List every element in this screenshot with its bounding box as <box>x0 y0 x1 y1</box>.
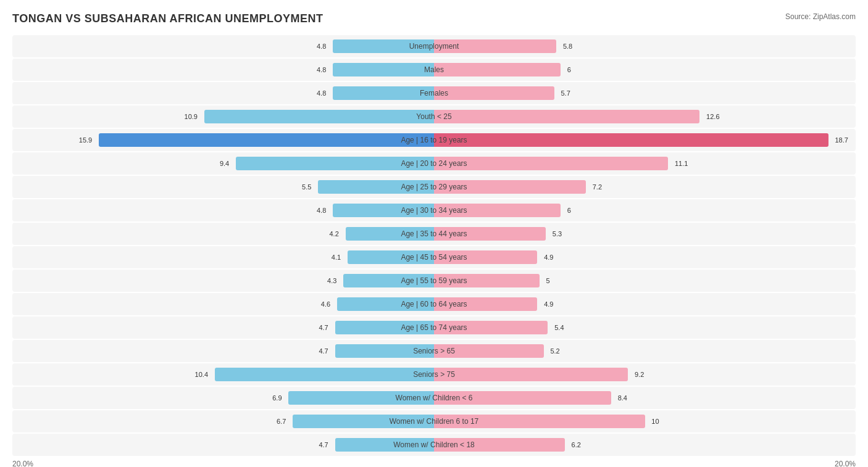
value-tongan: 6.9 <box>272 394 284 402</box>
row-label: Age | 55 to 59 years <box>401 276 467 285</box>
chart-row: Women w/ Children < 66.98.4 <box>12 387 856 409</box>
chart-header: TONGAN VS SUBSAHARAN AFRICAN UNEMPLOYMEN… <box>12 12 856 25</box>
row-label: Youth < 25 <box>416 112 451 121</box>
bar-tongan <box>333 86 434 100</box>
value-tongan: 4.3 <box>327 277 339 284</box>
chart-row: Age | 20 to 24 years9.411.1 <box>12 152 856 175</box>
value-subsaharan: 5.3 <box>550 230 562 238</box>
value-tongan: 4.6 <box>321 300 333 308</box>
bar-subsaharan <box>434 368 628 381</box>
bar-subsaharan <box>434 157 668 170</box>
axis-row: 20.0% 20.0% <box>12 460 856 467</box>
row-label: Women w/ Children < 6 <box>396 394 473 402</box>
value-tongan: 4.8 <box>317 66 328 73</box>
bar-subsaharan <box>434 86 554 100</box>
bar-tongan <box>204 110 434 123</box>
row-label: Females <box>420 89 448 97</box>
chart-row: Age | 35 to 44 years4.25.3 <box>12 223 856 245</box>
chart-title: TONGAN VS SUBSAHARAN AFRICAN UNEMPLOYMEN… <box>12 12 323 25</box>
value-subsaharan: 5.8 <box>561 43 572 50</box>
chart-row: Women w/ Children 6 to 176.710 <box>12 410 856 432</box>
bar-tongan <box>99 133 434 147</box>
bar-subsaharan <box>434 133 828 147</box>
chart-row: Age | 55 to 59 years4.35 <box>12 270 856 292</box>
row-label: Age | 60 to 64 years <box>401 300 467 308</box>
row-label: Age | 25 to 29 years <box>401 183 467 191</box>
row-label: Age | 65 to 74 years <box>401 323 467 332</box>
value-subsaharan: 5.7 <box>558 89 570 97</box>
chart-row: Seniors > 7510.49.2 <box>12 363 856 386</box>
value-subsaharan: 11.1 <box>672 160 688 167</box>
value-subsaharan: 6.2 <box>569 441 581 448</box>
row-label: Age | 16 to 19 years <box>401 136 467 144</box>
chart-row: Women w/ Children < 184.76.2 <box>12 434 856 456</box>
chart-container: TONGAN VS SUBSAHARAN AFRICAN UNEMPLOYMEN… <box>12 12 856 467</box>
value-tongan: 10.9 <box>185 113 200 120</box>
value-tongan: 4.8 <box>317 207 328 214</box>
axis-left: 20.0% <box>12 460 33 467</box>
chart-row: Age | 30 to 34 years4.86 <box>12 199 856 221</box>
chart-row: Unemployment4.85.8 <box>12 35 856 57</box>
chart-row: Age | 60 to 64 years4.64.9 <box>12 293 856 315</box>
value-subsaharan: 10 <box>649 418 659 425</box>
row-label: Age | 30 to 34 years <box>401 206 467 215</box>
value-subsaharan: 4.9 <box>541 254 553 261</box>
value-tongan: 4.7 <box>319 324 330 331</box>
chart-source: Source: ZipAtlas.com <box>785 12 856 21</box>
value-tongan: 5.5 <box>302 183 314 191</box>
value-tongan: 4.7 <box>319 347 330 355</box>
value-subsaharan: 18.7 <box>832 136 848 144</box>
chart-row: Youth < 2510.912.6 <box>12 105 856 128</box>
row-label: Age | 20 to 24 years <box>401 159 467 168</box>
value-subsaharan: 8.4 <box>616 394 627 402</box>
value-tongan: 6.7 <box>277 418 288 425</box>
value-tongan: 4.1 <box>332 254 343 261</box>
chart-row: Males4.86 <box>12 59 856 81</box>
chart-row: Age | 25 to 29 years5.57.2 <box>12 176 856 198</box>
chart-row: Females4.85.7 <box>12 82 856 104</box>
value-subsaharan: 9.2 <box>632 371 644 378</box>
value-subsaharan: 6 <box>565 207 571 214</box>
bar-subsaharan <box>434 110 699 123</box>
value-tongan: 4.7 <box>319 441 330 448</box>
row-label: Seniors > 75 <box>413 370 455 379</box>
axis-right: 20.0% <box>835 460 856 467</box>
bar-subsaharan <box>434 63 561 76</box>
value-subsaharan: 6 <box>565 66 571 73</box>
chart-row: Seniors > 654.75.2 <box>12 340 856 362</box>
value-tongan: 4.8 <box>317 43 328 50</box>
bar-tongan <box>215 368 434 381</box>
bar-tongan <box>333 63 434 76</box>
value-subsaharan: 7.2 <box>590 183 602 191</box>
value-tongan: 4.8 <box>317 89 328 97</box>
value-tongan: 4.2 <box>329 230 341 238</box>
row-label: Age | 45 to 54 years <box>401 253 467 262</box>
value-tongan: 10.4 <box>195 371 211 378</box>
value-subsaharan: 4.9 <box>541 300 553 308</box>
value-subsaharan: 5 <box>544 277 550 284</box>
chart-row: Age | 45 to 54 years4.14.9 <box>12 246 856 268</box>
value-subsaharan: 12.6 <box>704 113 719 120</box>
row-label: Age | 35 to 44 years <box>401 229 467 238</box>
row-label: Unemployment <box>409 42 459 51</box>
chart-body: Unemployment4.85.8Males4.86Females4.85.7… <box>12 35 856 456</box>
chart-row: Age | 65 to 74 years4.75.4 <box>12 316 856 339</box>
value-subsaharan: 5.4 <box>552 324 564 331</box>
value-tongan: 9.4 <box>220 160 232 167</box>
value-subsaharan: 5.2 <box>548 347 559 355</box>
row-label: Seniors > 65 <box>413 347 455 355</box>
chart-row: Age | 16 to 19 years15.918.7 <box>12 129 856 151</box>
value-tongan: 15.9 <box>79 136 94 144</box>
row-label: Women w/ Children 6 to 17 <box>390 417 479 426</box>
row-label: Males <box>424 65 444 74</box>
row-label: Women w/ Children < 18 <box>393 440 475 449</box>
